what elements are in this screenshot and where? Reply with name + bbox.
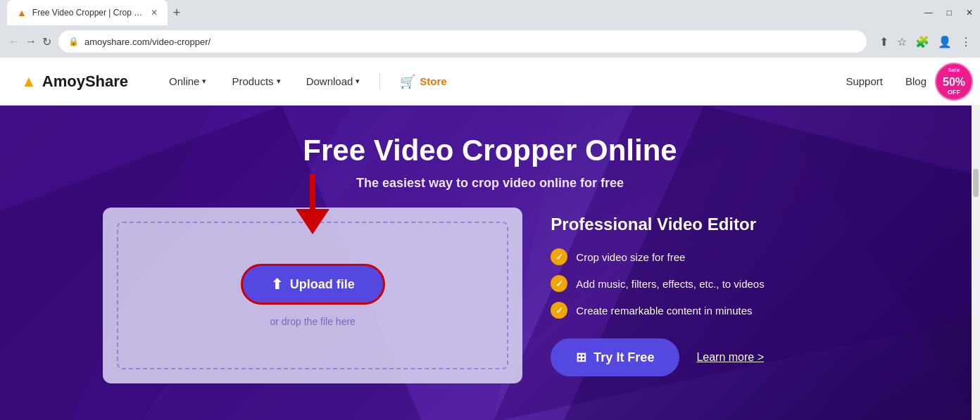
- nav-divider: [379, 73, 380, 90]
- logo-text: AmoyShare: [42, 72, 128, 91]
- window-controls: — □ ✕: [924, 8, 973, 18]
- upload-icon: ⬆: [271, 276, 283, 293]
- cta-row: ⊞ Try It Free Learn more >: [551, 338, 877, 376]
- tab-title: Free Video Cropper | Crop MP4 (...: [32, 8, 145, 18]
- forward-button[interactable]: →: [25, 35, 37, 48]
- hero-section: Free Video Cropper Online The easiest wa…: [0, 106, 980, 420]
- feature-item-3: ✓ Create remarkable content in minutes: [551, 302, 877, 319]
- right-panel: Professional Video Editor ✓ Crop video s…: [551, 208, 877, 376]
- check-icon-3: ✓: [551, 302, 567, 319]
- nav-support[interactable]: Support: [834, 75, 894, 87]
- panel-title: Professional Video Editor: [551, 215, 877, 234]
- tab-close-btn[interactable]: ✕: [151, 8, 158, 18]
- feature-item-1: ✓ Crop video size for free: [551, 248, 877, 265]
- back-button[interactable]: ←: [8, 35, 20, 48]
- chevron-down-icon: ▾: [202, 77, 206, 86]
- nav-download[interactable]: Download ▾: [294, 58, 373, 106]
- drop-text: or drop the file here: [270, 316, 355, 327]
- upload-area: ⬆ Upload file or drop the file here: [103, 208, 522, 383]
- feature-text-1: Crop video size for free: [576, 251, 685, 263]
- upload-file-button[interactable]: ⬆ Upload file: [241, 264, 385, 305]
- nav-store[interactable]: 🛒 Store: [387, 58, 459, 106]
- feature-text-3: Create remarkable content in minutes: [576, 305, 752, 317]
- try-btn-label: Try It Free: [593, 350, 654, 365]
- menu-icon[interactable]: ⋮: [960, 35, 972, 49]
- close-btn[interactable]: ✕: [966, 8, 973, 18]
- share-icon[interactable]: ⬆: [879, 35, 888, 49]
- logo[interactable]: ▲ AmoyShare: [21, 72, 128, 91]
- check-icon-2: ✓: [551, 275, 567, 292]
- check-icon-1: ✓: [551, 248, 567, 265]
- url-text: amoyshare.com/video-cropper/: [84, 37, 211, 47]
- minimize-btn[interactable]: —: [924, 8, 933, 18]
- logo-icon: ▲: [21, 72, 37, 91]
- browser-tab[interactable]: ▲ Free Video Cropper | Crop MP4 (... ✕: [7, 0, 168, 25]
- maximize-btn[interactable]: □: [947, 8, 952, 18]
- sale-percent: 50%: [943, 75, 965, 89]
- extensions-icon[interactable]: 🧩: [915, 35, 929, 49]
- bookmark-icon[interactable]: ☆: [897, 35, 907, 49]
- sale-label: Sale: [946, 66, 962, 75]
- try-it-free-button[interactable]: ⊞ Try It Free: [551, 338, 679, 376]
- feature-list: ✓ Crop video size for free ✓ Add music, …: [551, 248, 877, 319]
- nav-links: Online ▾ Products ▾ Download ▾ 🛒 Store: [156, 58, 834, 106]
- upload-btn-label: Upload file: [290, 277, 355, 292]
- scrollbar-track: [972, 106, 980, 420]
- hero-content: ⬆ Upload file or drop the file here Prof…: [103, 208, 877, 383]
- scrollbar-thumb[interactable]: [973, 169, 979, 197]
- navbar: ▲ AmoyShare Online ▾ Products ▾ Download…: [0, 58, 980, 106]
- feature-item-2: ✓ Add music, filters, effects, etc., to …: [551, 275, 877, 292]
- sale-off-label: OFF: [948, 89, 960, 96]
- nav-online[interactable]: Online ▾: [156, 58, 219, 106]
- new-tab-button[interactable]: +: [173, 6, 181, 20]
- nav-blog[interactable]: Blog: [894, 75, 938, 87]
- tab-favicon: ▲: [17, 7, 27, 18]
- sale-badge[interactable]: Sale 50% OFF: [935, 63, 973, 101]
- chevron-down-icon: ▾: [277, 77, 281, 86]
- lock-icon: 🔒: [68, 37, 79, 46]
- url-input[interactable]: 🔒 amoyshare.com/video-cropper/: [58, 30, 867, 53]
- feature-text-2: Add music, filters, effects, etc., to vi…: [576, 278, 764, 290]
- hero-subtitle: The easiest way to crop video online for…: [356, 176, 624, 191]
- nav-products[interactable]: Products ▾: [219, 58, 293, 106]
- windows-icon: ⊞: [576, 350, 586, 365]
- learn-more-link[interactable]: Learn more >: [696, 351, 764, 364]
- hero-title: Free Video Cropper Online: [303, 134, 677, 167]
- upload-dropzone[interactable]: ⬆ Upload file or drop the file here: [117, 222, 508, 369]
- profile-icon[interactable]: 👤: [938, 35, 952, 49]
- cart-icon: 🛒: [400, 74, 415, 89]
- reload-button[interactable]: ↻: [42, 35, 51, 49]
- red-arrow: [296, 174, 329, 234]
- chevron-down-icon: ▾: [356, 77, 360, 86]
- address-bar: ← → ↻ 🔒 amoyshare.com/video-cropper/ ⬆ ☆…: [0, 25, 980, 58]
